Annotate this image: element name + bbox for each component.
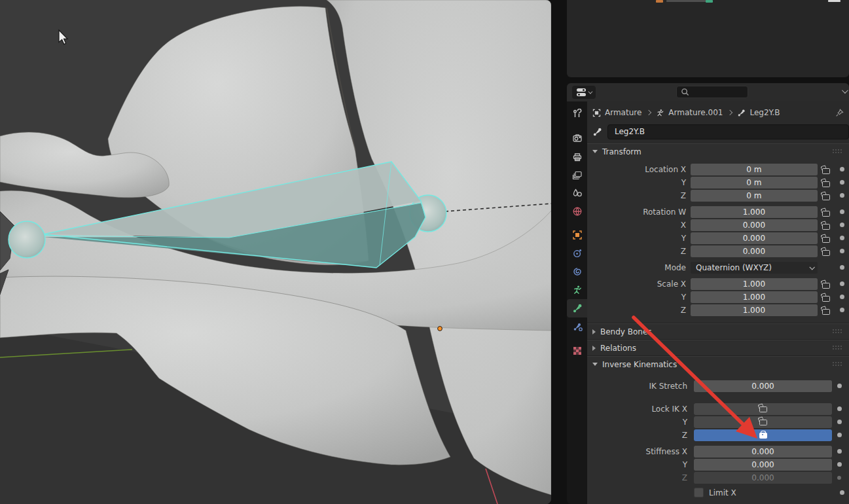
outliner-object-icon[interactable] [656,0,663,3]
3d-viewport[interactable] [0,0,551,504]
location-z-field[interactable]: 0 m [691,190,818,202]
object-icon [572,230,583,240]
panel-grip-icon[interactable] [833,149,842,154]
tab-output[interactable] [567,148,587,166]
decorator-dot[interactable] [832,420,846,424]
location-y-field[interactable]: 0 m [691,177,818,189]
rotation-w-field[interactable]: 1.000 [691,206,818,218]
outliner-filter-icon[interactable] [828,0,840,2]
tab-texture[interactable] [567,342,587,360]
unlock-icon [822,309,830,315]
lock-ik-z-toggle[interactable] [694,429,832,441]
breadcrumb-item[interactable]: Armature [605,108,641,117]
bone-head-joint[interactable] [9,221,45,258]
decorator-dot[interactable] [832,462,846,467]
decorator-dot[interactable] [832,433,846,437]
unlock-icon [822,296,830,302]
rotation-mode-dropdown[interactable]: Quaternion (WXYZ) [691,262,818,274]
panel-grip-icon[interactable] [833,329,842,334]
decorator-dot[interactable] [832,476,846,480]
tab-scene[interactable] [567,184,587,202]
lock-toggle[interactable] [818,165,835,174]
scale-y-field[interactable]: 1.000 [691,291,818,303]
decorator-dot[interactable] [832,406,846,411]
bone-constraints-icon [572,321,583,332]
panel-grip-icon[interactable] [833,362,842,367]
panel-header-inverse-kinematics[interactable]: Inverse Kinematics [587,357,849,372]
decorator-dot[interactable] [835,223,849,227]
decorator-dot[interactable] [835,209,849,214]
decorator-dot[interactable] [835,167,849,171]
lock-toggle[interactable] [818,306,835,315]
property-row-stiffness-y: Y 0.000 [587,458,849,471]
rotation-z-field[interactable]: 0.000 [691,245,818,257]
lock-toggle[interactable] [818,247,835,256]
decorator-dot[interactable] [832,384,846,388]
decorator-dot[interactable] [835,249,849,253]
bone-name-input[interactable]: Leg2Y.B [607,124,849,139]
outliner-visibility-icon[interactable] [706,0,713,3]
tab-physics[interactable] [567,262,587,281]
tab-object-data[interactable] [567,281,587,299]
unlock-icon [822,194,830,200]
editor-type-button[interactable] [572,86,596,99]
decorator-dot[interactable] [835,265,849,270]
properties-content: Armature Armature.001 Leg2Y.B Leg2Y.B Tr… [587,101,849,504]
unlock-icon [822,181,830,187]
property-row-rotation-w: Rotation W 1.000 [587,206,849,218]
decorator-dot[interactable] [835,490,849,495]
lock-toggle[interactable] [818,221,835,230]
rotation-x-field[interactable]: 0.000 [691,219,818,231]
scale-z-field[interactable]: 1.000 [691,304,818,316]
breadcrumb-item[interactable]: Armature.001 [668,108,723,117]
limit-x-checkbox[interactable] [694,488,704,497]
decorator-dot[interactable] [835,308,849,312]
lock-toggle[interactable] [818,178,835,187]
decorator-dot[interactable] [832,449,846,454]
tab-bone-constraints[interactable] [567,317,587,336]
lock-toggle[interactable] [818,191,835,200]
tab-render[interactable] [567,129,587,147]
rotation-y-field[interactable]: 0.000 [691,232,818,244]
outliner-panel [567,0,849,77]
property-row-rotation-mode: Mode Quaternion (WXYZ) [587,261,849,274]
lock-ik-x-toggle[interactable] [694,403,832,415]
lock-toggle[interactable] [818,279,835,289]
decorator-dot[interactable] [835,193,849,198]
tab-bone[interactable] [567,299,587,317]
tab-view-layer[interactable] [567,166,587,185]
scene-icon [572,188,583,198]
property-row-location-x: Location X 0 m [587,163,849,175]
location-x-field[interactable]: 0 m [691,164,818,175]
decorator-dot[interactable] [835,236,849,240]
pin-icon[interactable] [835,109,844,117]
property-row-lock-ik-y: Y [587,416,849,428]
panel-header-relations[interactable]: Relations [587,340,849,355]
armature-icon [572,285,583,295]
stiffness-x-field[interactable]: 0.000 [694,446,832,458]
editor-gutter[interactable] [551,0,567,504]
decorator-dot[interactable] [835,180,849,185]
decorator-dot[interactable] [835,295,849,299]
ik-stretch-field[interactable]: 0.000 [694,380,832,392]
header-options-chevron-icon[interactable] [842,87,848,94]
tab-object[interactable] [567,226,587,244]
scale-x-field[interactable]: 1.000 [691,278,818,290]
panel-header-transform[interactable]: Transform [587,144,849,159]
panel-grip-icon[interactable] [833,346,842,350]
stiffness-y-field[interactable]: 0.000 [694,459,832,471]
lock-toggle[interactable] [818,234,835,243]
lock-toggle[interactable] [818,207,835,217]
search-input[interactable] [676,86,748,98]
property-row-scale-y: Y 1.000 [587,291,849,303]
tab-constraints[interactable] [567,244,587,262]
panel-header-bendy-bones[interactable]: Bendy Bones [587,324,849,339]
tab-tool[interactable] [567,105,587,123]
tab-world[interactable] [567,202,587,221]
property-row-location-z: Z 0 m [587,189,849,202]
lock-ik-y-toggle[interactable] [694,416,832,428]
decorator-dot[interactable] [835,281,849,286]
outliner-row-label[interactable] [666,0,710,2]
breadcrumb-item[interactable]: Leg2Y.B [750,108,780,117]
lock-toggle[interactable] [818,293,835,302]
